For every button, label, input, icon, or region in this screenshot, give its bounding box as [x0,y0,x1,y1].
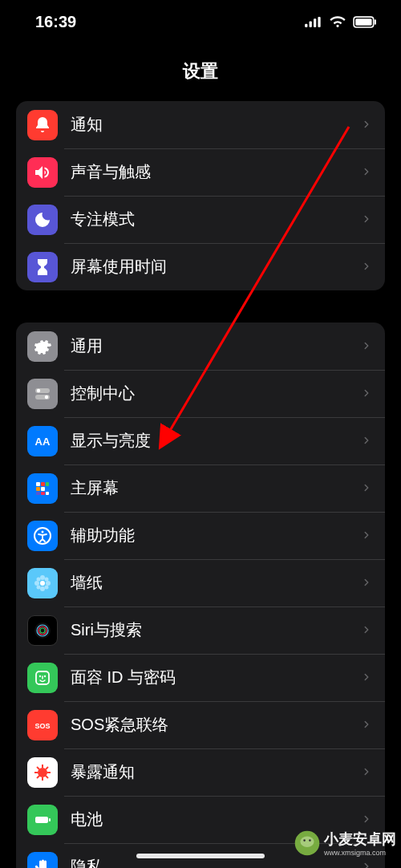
row-display[interactable]: 显示与亮度 [16,417,385,464]
row-screentime[interactable]: 屏幕使用时间 [16,243,385,290]
status-time: 16:39 [35,13,76,31]
row-siri[interactable]: Siri与搜索 [16,606,385,654]
chevron-right-icon [361,477,372,500]
row-exposure[interactable]: 暴露通知 [16,748,385,796]
chevron-right-icon [361,856,372,869]
row-label: 主屏幕 [71,477,361,499]
chevron-right-icon [361,256,372,278]
row-label: 声音与触感 [71,161,361,183]
gear-icon [27,331,58,362]
virus-icon [27,757,58,788]
grid-icon [27,473,58,504]
chevron-right-icon [361,430,372,452]
chevron-right-icon [361,714,372,736]
row-label: 墙纸 [71,572,361,594]
row-label: SOS紧急联络 [71,714,361,736]
chevron-right-icon [361,525,372,547]
chevron-right-icon [361,161,372,184]
page-title: 设置 [0,43,401,101]
wifi-icon [329,16,346,28]
svg-point-53 [301,837,314,848]
hourglass-icon [27,252,58,282]
row-label: 通用 [71,335,361,357]
chevron-right-icon [361,572,372,594]
chevron-right-icon [361,114,372,136]
speaker-icon [27,157,58,188]
row-control[interactable]: 控制中心 [16,370,385,417]
row-label: Siri与搜索 [71,619,361,641]
battery-icon [27,805,58,835]
row-label: 辅助功能 [71,525,361,546]
row-notifications[interactable]: 通知 [16,101,385,148]
signal-icon [305,17,322,27]
moon-icon [27,205,58,235]
row-label: 通知 [71,114,361,136]
row-faceid[interactable]: 面容 ID 与密码 [16,654,385,701]
status-indicators [305,16,377,28]
chevron-right-icon [361,335,372,358]
sos-icon [27,710,58,740]
hand-icon [27,852,58,869]
row-label: 面容 ID 与密码 [71,667,361,688]
chevron-right-icon [361,383,372,405]
chevron-right-icon [361,667,372,689]
watermark: 小麦安卓网 www.xmsigma.com [294,829,396,857]
home-indicator[interactable] [136,854,265,858]
chevron-right-icon [361,209,372,231]
siri-icon [27,615,58,646]
flower-icon [27,568,58,598]
chevron-right-icon [361,619,372,642]
svg-point-55 [309,839,311,842]
access-icon [27,521,58,551]
row-sounds[interactable]: 声音与触感 [16,148,385,196]
face-icon [27,663,58,693]
row-label: 暴露通知 [71,761,361,783]
watermark-logo-icon [294,829,321,857]
row-focus[interactable]: 专注模式 [16,196,385,243]
watermark-text: 小麦安卓网 [324,829,396,849]
row-general[interactable]: 通用 [16,322,385,370]
status-bar: 16:39 [0,0,401,43]
battery-status-icon [353,16,377,28]
row-label: 显示与亮度 [71,430,361,452]
chevron-right-icon [361,809,372,831]
row-label: 电池 [71,809,361,830]
row-label: 控制中心 [71,383,361,404]
row-accessibility[interactable]: 辅助功能 [16,512,385,559]
settings-group: 通知声音与触感专注模式屏幕使用时间 [16,101,385,290]
aa-icon [27,426,58,456]
row-sos[interactable]: SOS紧急联络 [16,701,385,748]
chevron-right-icon [361,761,372,784]
bell-icon [27,110,58,140]
row-label: 专注模式 [71,209,361,230]
watermark-sub: www.xmsigma.com [324,849,396,857]
switches-icon [27,379,58,409]
row-home[interactable]: 主屏幕 [16,464,385,512]
settings-group: 通用控制中心显示与亮度主屏幕辅助功能墙纸Siri与搜索面容 ID 与密码SOS紧… [16,322,385,868]
row-label: 屏幕使用时间 [71,256,361,278]
svg-point-54 [303,839,306,842]
row-wallpaper[interactable]: 墙纸 [16,559,385,606]
